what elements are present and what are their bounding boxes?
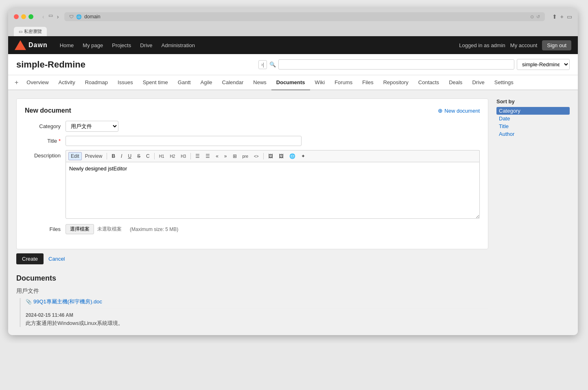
- table-button[interactable]: ⊞: [230, 152, 239, 160]
- nav-news[interactable]: News: [248, 75, 271, 90]
- nav-settings[interactable]: Settings: [490, 75, 518, 90]
- sort-date[interactable]: Date: [496, 115, 570, 122]
- nav-administration[interactable]: Administration: [157, 40, 199, 51]
- strikethrough-button[interactable]: S: [135, 152, 143, 160]
- category-select[interactable]: 用戶文件技術文件: [66, 121, 118, 132]
- paperclip-icon: 📎: [26, 299, 32, 305]
- doc-date: 2024-02-15 11:46 AM: [26, 312, 488, 318]
- nav-forums[interactable]: Forums: [330, 75, 357, 90]
- nav-drive[interactable]: Drive: [136, 40, 156, 51]
- toolbar-separator-3: [190, 153, 191, 159]
- nav-files[interactable]: Files: [357, 75, 378, 90]
- private-tab[interactable]: ▭ 私密瀏覽: [14, 27, 47, 36]
- no-file-text: 未選取檔案: [97, 226, 122, 233]
- edit-tab-button[interactable]: Edit: [68, 152, 82, 160]
- nav-deals[interactable]: Deals: [444, 75, 467, 90]
- sort-category[interactable]: Category: [496, 107, 570, 115]
- sort-title[interactable]: Title: [496, 122, 570, 130]
- document-link[interactable]: 📎 99Q1專屬主機(和宇機房).doc: [26, 298, 488, 305]
- pre-button[interactable]: pre: [240, 153, 251, 160]
- reader-icon: ⊙: [530, 14, 534, 20]
- nav-gantt[interactable]: Gantt: [173, 75, 196, 90]
- doc-description: 此方案通用於Windows或Linux系統環境。: [26, 320, 488, 327]
- globe-icon: 🌐: [76, 14, 82, 20]
- nav-roadmap[interactable]: Roadmap: [80, 75, 113, 90]
- project-title: simple-Redmine: [16, 59, 258, 70]
- italic-button[interactable]: I: [118, 152, 125, 160]
- cancel-button[interactable]: Cancel: [47, 253, 66, 264]
- underline-button[interactable]: U: [125, 152, 134, 160]
- search-icon: 🔍: [269, 61, 276, 68]
- logo-area: Dawn: [15, 40, 48, 50]
- document-item: 📎 99Q1專屬主機(和宇機房).doc 2024-02-15 11:46 AM…: [20, 298, 488, 327]
- nav-drive[interactable]: Drive: [467, 75, 489, 90]
- h3-button[interactable]: H3: [178, 153, 188, 160]
- special-button[interactable]: ✦: [299, 152, 308, 160]
- form-title: New document: [25, 107, 71, 114]
- max-size-text: (Maximum size: 5 MB): [130, 227, 178, 232]
- project-select[interactable]: simple-Redmine: [517, 59, 570, 70]
- nav-contacts[interactable]: Contacts: [413, 75, 444, 90]
- bold-button[interactable]: B: [109, 152, 118, 160]
- documents-section: Documents 用戶文件 📎 99Q1專屬主機(和宇機房).doc 2024…: [16, 274, 488, 327]
- sidebar-icon: ▭: [48, 13, 53, 21]
- sort-author[interactable]: Author: [496, 130, 570, 138]
- unordered-list-button[interactable]: ☰: [193, 152, 202, 160]
- tab-label: 私密瀏覽: [24, 28, 42, 35]
- h2-button[interactable]: H2: [168, 153, 178, 160]
- create-button[interactable]: Create: [16, 253, 44, 264]
- nav-back-button[interactable]: ‹: [41, 13, 46, 21]
- search-input[interactable]: [278, 59, 514, 70]
- nav-repository[interactable]: Repository: [378, 75, 413, 90]
- code-button[interactable]: C: [144, 152, 152, 160]
- sign-out-button[interactable]: Sign out: [542, 40, 571, 50]
- nav-agile[interactable]: Agile: [196, 75, 217, 90]
- minimize-dot[interactable]: [21, 14, 26, 19]
- tab-icon: ▭: [19, 29, 22, 34]
- nav-issues[interactable]: Issues: [113, 75, 138, 90]
- close-dot[interactable]: [14, 14, 19, 19]
- project-navigation: + Overview Activity Roadmap Issues Spent…: [8, 75, 578, 90]
- share-icon[interactable]: ⬆: [552, 13, 557, 20]
- blockquote-button[interactable]: «: [213, 152, 221, 160]
- my-account-link[interactable]: My account: [510, 42, 537, 48]
- description-textarea[interactable]: Newly designed jstEditor: [66, 162, 480, 219]
- new-document-link[interactable]: ⊕ New document: [438, 107, 480, 114]
- add-nav-button[interactable]: +: [15, 79, 18, 86]
- image-upload-button[interactable]: 🖼: [276, 152, 286, 160]
- logged-in-text: Logged in as admin: [459, 42, 505, 48]
- new-document-form: New document ⊕ New document Category 用戶文…: [16, 98, 488, 249]
- nav-activity[interactable]: Activity: [54, 75, 80, 90]
- nav-documents[interactable]: Documents: [271, 75, 310, 90]
- sidebar-panels-icon[interactable]: ▭: [567, 13, 572, 20]
- address-text: domain: [84, 14, 100, 20]
- h1-button[interactable]: H1: [157, 153, 167, 160]
- privacy-shield-icon: 🛡: [69, 14, 74, 19]
- nav-spent-time[interactable]: Spent time: [138, 75, 173, 90]
- top-navigation: Dawn Home My page Projects Drive Adminis…: [8, 36, 578, 54]
- nav-calendar[interactable]: Calendar: [217, 75, 249, 90]
- nav-wiki[interactable]: Wiki: [310, 75, 330, 90]
- new-tab-icon[interactable]: +: [560, 13, 564, 20]
- image-button[interactable]: 🖼: [266, 152, 275, 160]
- code-block-button[interactable]: <>: [251, 153, 261, 160]
- editor-toolbar: Edit Preview B I U S C H1 H2: [66, 150, 480, 162]
- files-label: Files: [25, 226, 66, 232]
- required-mark: *: [59, 138, 61, 144]
- refresh-icon: ↺: [536, 14, 540, 20]
- maximize-dot[interactable]: [28, 14, 33, 19]
- nav-mypage[interactable]: My page: [79, 40, 107, 51]
- collapse-button[interactable]: ›|: [258, 60, 267, 69]
- indent-button[interactable]: »: [222, 152, 230, 160]
- nav-home[interactable]: Home: [56, 40, 78, 51]
- choose-file-button[interactable]: 選擇檔案: [66, 224, 94, 234]
- ordered-list-button[interactable]: ☰: [203, 152, 212, 160]
- preview-tab-button[interactable]: Preview: [83, 152, 105, 160]
- toolbar-separator-2: [154, 153, 155, 159]
- link-button[interactable]: 🌐: [287, 152, 298, 160]
- title-input[interactable]: [66, 136, 302, 146]
- nav-forward-button[interactable]: ›: [55, 13, 61, 21]
- nav-overview[interactable]: Overview: [22, 75, 53, 90]
- nav-projects[interactable]: Projects: [108, 40, 135, 51]
- logo-text: Dawn: [28, 41, 48, 49]
